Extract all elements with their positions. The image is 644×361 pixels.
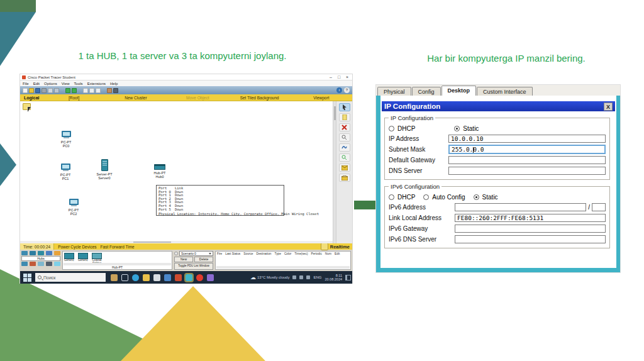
menu-view[interactable]: View (62, 82, 70, 86)
maximize-button[interactable]: □ (336, 74, 342, 80)
folder-app-icon[interactable] (143, 274, 150, 281)
device-hub0[interactable]: Hub-PT Hub0 (149, 164, 170, 179)
dialog-close-button[interactable]: X (604, 103, 613, 111)
toggle-pdu-list-button[interactable]: Toggle PDU List Window (174, 263, 213, 270)
tab-physical[interactable]: Physical (377, 87, 411, 96)
multiuser-category-icon[interactable] (54, 262, 60, 266)
menu-edit[interactable]: Edit (33, 82, 40, 86)
tray-up-arrow-icon[interactable] (292, 275, 296, 279)
mail-app-icon[interactable] (153, 274, 160, 281)
ipv6-prefix-input[interactable] (592, 203, 606, 211)
open-folder-icon[interactable] (29, 88, 34, 93)
select-tool-icon[interactable] (339, 103, 350, 111)
volume-icon[interactable] (306, 275, 310, 279)
scenario-select[interactable]: Scenario 0 (179, 251, 213, 256)
fast-forward-time-button[interactable]: Fast Forward Time (101, 245, 135, 249)
custom-device-icon[interactable] (113, 88, 118, 93)
network-icon[interactable] (299, 275, 303, 279)
edge-app-icon[interactable] (132, 274, 139, 281)
ipv4-dhcp-radio[interactable] (389, 126, 394, 131)
zoom-out-icon[interactable] (96, 88, 101, 93)
tab-desktop[interactable]: Desktop (441, 86, 477, 96)
undo-icon[interactable] (65, 88, 70, 93)
help-icon[interactable]: ? (344, 87, 350, 93)
print-icon[interactable] (42, 88, 47, 93)
place-note-icon[interactable] (339, 113, 350, 121)
power-cycle-devices-button[interactable]: Power Cycle Devices (54, 245, 100, 249)
packet-tracer-taskbar-icon[interactable] (186, 274, 192, 281)
viewport-button[interactable]: Viewport (291, 96, 352, 100)
menu-extensions[interactable]: Extensions (87, 82, 106, 86)
redo-icon[interactable] (72, 88, 77, 93)
security-category-icon[interactable] (30, 262, 36, 266)
ipv6-dhcp-radio[interactable] (389, 194, 394, 200)
link-local-address-input[interactable]: FE80::260:2FFF:FE68:5131 (455, 214, 606, 222)
device-pc2[interactable]: PC-PT PC2 (63, 199, 84, 216)
weather-widget[interactable]: ☁ 13°C Mostly cloudy (250, 275, 289, 280)
menu-tools[interactable]: Tools (74, 82, 83, 86)
ipv6-gateway-input[interactable] (455, 225, 606, 233)
add-simple-pdu-icon[interactable] (339, 164, 350, 172)
end-devices-category-icon[interactable] (21, 262, 28, 266)
opera-app-icon[interactable] (196, 274, 203, 281)
ipv6-static-radio[interactable] (474, 194, 479, 200)
draw-polygon-icon[interactable] (339, 143, 350, 152)
palette-icon[interactable] (107, 88, 112, 93)
save-icon[interactable] (35, 88, 40, 93)
scenario-new-button[interactable]: New (174, 257, 193, 262)
menu-file[interactable]: File (23, 82, 29, 86)
connections-category-icon[interactable] (54, 251, 60, 255)
device-pc1[interactable]: PC-PT PC1 (55, 164, 76, 181)
ipv4-static-radio[interactable] (454, 126, 460, 131)
add-complex-pdu-icon[interactable] (339, 174, 350, 182)
switches-category-icon[interactable] (30, 251, 36, 255)
photos-app-icon[interactable] (111, 274, 118, 281)
wireless-devices-category-icon[interactable] (46, 251, 52, 255)
set-tiled-background-button[interactable]: Set Tiled Background (228, 96, 290, 100)
custom-made-devices-category-icon[interactable] (46, 262, 52, 266)
taskbar-clock[interactable]: 8:11 20.08.2024 (325, 274, 342, 281)
scenario-delete-button[interactable]: Delete (194, 257, 213, 262)
ipv6-autoconfig-radio[interactable] (423, 194, 429, 200)
dns-server-input[interactable] (448, 167, 606, 175)
copy-icon[interactable] (48, 88, 53, 93)
logical-tab[interactable]: Logical (20, 96, 43, 100)
close-button[interactable]: × (344, 74, 350, 80)
root-breadcrumb[interactable]: [Root] (43, 96, 105, 100)
hubs-category-icon[interactable] (38, 251, 44, 255)
canvas-hscrollbar[interactable] (20, 241, 333, 243)
paste-icon[interactable] (54, 88, 59, 93)
info-icon[interactable]: i (336, 87, 342, 93)
minimize-button[interactable]: – (328, 74, 334, 80)
device-server0[interactable]: Server-PT Server0 (94, 159, 115, 180)
powerpoint-app-icon[interactable] (175, 274, 182, 281)
subnet-mask-input[interactable]: 255.0.0.0 (448, 145, 606, 154)
scenario-info-icon[interactable] (174, 252, 178, 255)
explorer-app-icon[interactable] (164, 274, 171, 281)
start-button[interactable] (21, 272, 33, 282)
tab-config[interactable]: Config (412, 87, 441, 96)
new-file-icon[interactable] (23, 88, 28, 93)
realtime-clock-icon[interactable] (321, 243, 328, 250)
menu-options[interactable]: Options (44, 82, 57, 86)
resize-shape-icon[interactable] (339, 153, 350, 162)
topology-canvas[interactable]: PC-PT PC0 PC-PT PC1 Server-PT Server0 Hu… (20, 101, 333, 243)
taskbar-search-box[interactable]: Поиск (35, 273, 106, 282)
inspect-tool-icon[interactable] (339, 133, 350, 142)
task-view-icon[interactable] (121, 274, 128, 281)
routers-category-icon[interactable] (21, 251, 28, 255)
ipv6-dns-server-input[interactable] (455, 235, 606, 243)
ipv6-address-input[interactable] (455, 203, 586, 211)
ip-address-input[interactable]: 10.0.0.10 (448, 135, 606, 143)
media-app-icon[interactable] (207, 274, 214, 281)
tab-custom-interface[interactable]: Custom Interface (477, 87, 533, 96)
action-center-icon[interactable] (345, 275, 351, 280)
menu-help[interactable]: Help (110, 82, 118, 86)
pdu-hscrollbar[interactable] (216, 266, 350, 269)
device-pc0[interactable]: PC-PT PC0 (55, 131, 77, 148)
delete-tool-icon[interactable] (339, 123, 350, 131)
default-gateway-input[interactable] (448, 156, 606, 164)
zoom-in-icon[interactable] (83, 88, 88, 93)
new-cluster-button[interactable]: New Cluster (105, 96, 167, 100)
language-indicator[interactable]: ENG (313, 275, 321, 279)
